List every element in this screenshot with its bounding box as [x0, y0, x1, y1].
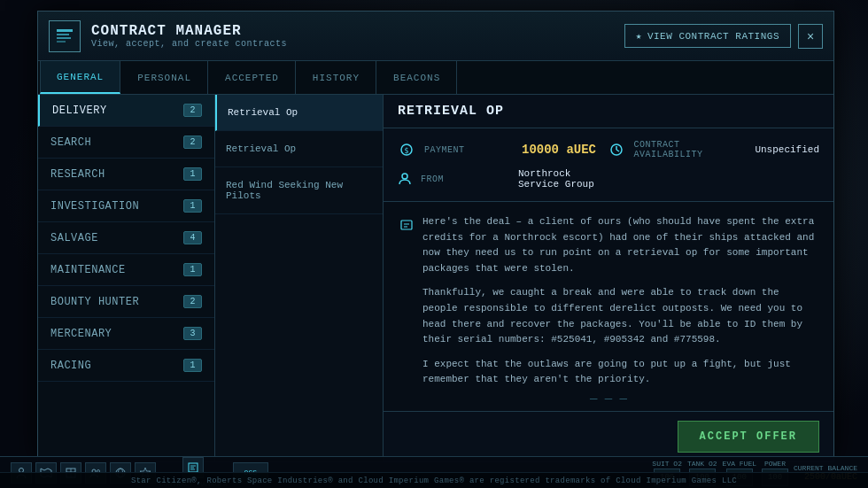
tab-beacons[interactable]: BEACONS: [376, 61, 457, 94]
detail-title: Retrieval Op: [398, 104, 819, 119]
bounty-badge: 2: [183, 295, 202, 308]
availability-label: Contract Availability: [634, 140, 747, 159]
detail-header: Retrieval Op: [384, 95, 833, 128]
detail-panel: Retrieval Op $ Payment 10000 aUEC: [384, 95, 833, 461]
sidebar-item-racing[interactable]: Racing 1: [38, 350, 214, 382]
sidebar-item-maintenance[interactable]: Maintenance 1: [38, 254, 214, 286]
title-text: Contract Manager View, accept, and creat…: [91, 23, 287, 49]
from-row: From Northrock Service Group: [398, 164, 608, 194]
contract-item-label-0: Retrieval Op: [228, 107, 298, 118]
search-badge: 2: [183, 136, 202, 149]
svg-point-9: [402, 174, 407, 179]
detail-body: Here's the deal – a client of ours (who …: [384, 202, 833, 386]
sidebar: Delivery 2 Search 2 Research 1 Investiga…: [38, 95, 215, 461]
desc-p1: Here's the deal – a client of ours (who …: [422, 214, 819, 276]
payment-label: Payment: [424, 145, 513, 155]
sidebar-item-research[interactable]: Research 1: [38, 159, 214, 190]
sidebar-item-investigation[interactable]: Investigation 1: [38, 190, 214, 222]
app-title: Contract Manager: [91, 23, 287, 39]
tab-personal[interactable]: PERSONAL: [120, 61, 208, 94]
content-area: Delivery 2 Search 2 Research 1 Investiga…: [38, 95, 833, 461]
detail-footer: ACCEPT OFFER: [384, 411, 833, 461]
accept-offer-button[interactable]: ACCEPT OFFER: [678, 421, 819, 453]
svg-rect-2: [57, 37, 71, 39]
close-icon: ×: [807, 29, 814, 43]
desc-p3: I expect that the outlaws are going to p…: [422, 357, 819, 386]
availability-row: Contract Availability Unspecified: [608, 136, 819, 164]
title-left: Contract Manager View, accept, and creat…: [49, 20, 287, 52]
main-window: Contract Manager View, accept, and creat…: [37, 11, 834, 462]
app-subtitle: View, accept, and create contracts: [91, 39, 287, 49]
tab-bar: GENERAL PERSONAL ACCEPTED HISTORY BEACON…: [38, 61, 833, 95]
contract-item-0[interactable]: Retrieval Op: [215, 95, 383, 131]
scroll-hint: — — —: [384, 386, 833, 411]
person-icon: [398, 170, 412, 188]
investigation-badge: 1: [183, 199, 202, 213]
availability-value: Unspecified: [755, 144, 819, 155]
app-icon: [49, 20, 81, 52]
close-button[interactable]: ×: [798, 24, 823, 49]
payment-value: 10000 aUEC: [522, 143, 596, 157]
copyright-bar: Star Citizen®, Roberts Space Industries®…: [0, 472, 868, 488]
research-badge: 1: [183, 167, 202, 181]
svg-text:$: $: [405, 147, 409, 155]
tab-accepted[interactable]: ACCEPTED: [208, 61, 296, 94]
title-bar: Contract Manager View, accept, and creat…: [38, 12, 833, 61]
copyright-text: Star Citizen®, Roberts Space Industries®…: [131, 476, 737, 485]
svg-rect-1: [57, 34, 69, 35]
sidebar-item-salvage[interactable]: Salvage 4: [38, 222, 214, 254]
contract-item-label-1: Retrieval Op: [226, 143, 296, 154]
contract-item-label-2: Red Wind Seeking New Pilots: [226, 180, 343, 201]
mercenary-badge: 3: [183, 327, 202, 340]
desc-p2: Thankfully, we caught a break and were a…: [422, 285, 819, 347]
svg-rect-0: [57, 29, 73, 32]
sidebar-item-mercenary[interactable]: Mercenary 3: [38, 318, 214, 350]
payment-row: $ Payment 10000 aUEC: [398, 136, 608, 164]
sidebar-item-bounty[interactable]: Bounty Hunter 2: [38, 286, 214, 318]
star-icon: ★: [636, 30, 642, 42]
sidebar-item-search[interactable]: Search 2: [38, 127, 214, 159]
contract-item-1[interactable]: Retrieval Op: [215, 131, 383, 167]
description-text: Here's the deal – a client of ours (who …: [422, 214, 819, 386]
maintenance-badge: 1: [183, 263, 202, 276]
tab-general[interactable]: GENERAL: [40, 61, 120, 94]
racing-badge: 1: [183, 359, 202, 372]
from-label: From: [421, 174, 509, 184]
sidebar-item-delivery[interactable]: Delivery 2: [38, 95, 214, 127]
view-ratings-label: View Contract Ratings: [647, 31, 779, 42]
clock-icon: [608, 141, 625, 159]
svg-rect-10: [401, 221, 412, 229]
salvage-badge: 4: [183, 231, 202, 244]
contract-list: Retrieval Op Retrieval Op Red Wind Seeki…: [215, 95, 384, 461]
from-value: Northrock Service Group: [518, 168, 608, 190]
view-ratings-button[interactable]: ★ View Contract Ratings: [624, 24, 791, 48]
contract-item-2[interactable]: Red Wind Seeking New Pilots: [215, 167, 383, 214]
svg-rect-3: [57, 41, 66, 43]
delivery-badge: 2: [183, 104, 202, 117]
detail-meta: $ Payment 10000 aUEC Contract Avail: [384, 128, 833, 202]
title-right: ★ View Contract Ratings ×: [624, 24, 823, 49]
svg-line-8: [616, 150, 619, 151]
tab-history[interactable]: HISTORY: [296, 61, 376, 94]
payment-icon: $: [398, 141, 415, 159]
